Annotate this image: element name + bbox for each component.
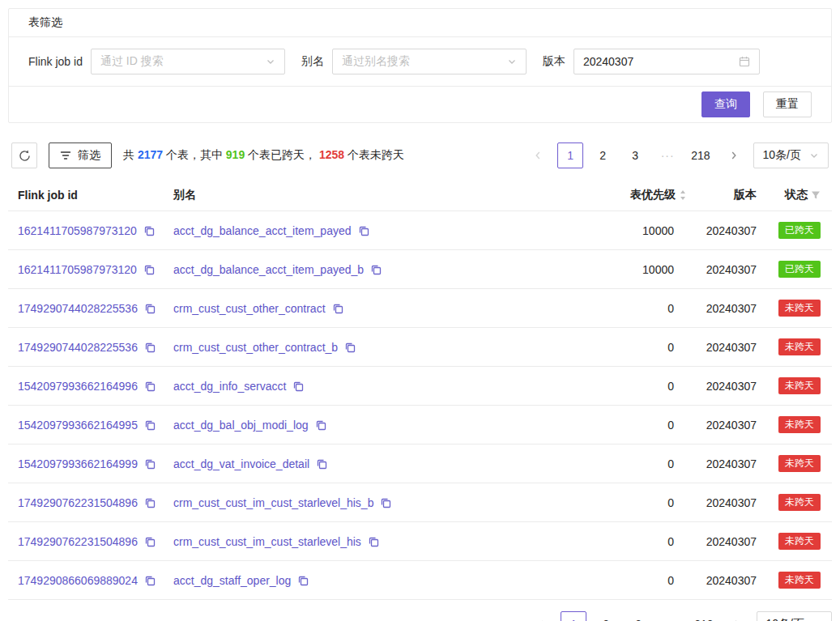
version-cell: 20240307 (693, 561, 763, 600)
copy-icon[interactable] (292, 381, 304, 392)
job-id-link[interactable]: 1621411705987973120 (18, 224, 137, 237)
pagination-page-3[interactable]: 3 (622, 142, 648, 168)
summary-text: 共 2177 个表，其中 919 个表已跨天， 1258 个表未跨天 (123, 148, 404, 163)
table-row: 1749290762231504896 crm_cust_cust_im_cus… (8, 522, 832, 561)
job-id-link[interactable]: 1542097993662164995 (18, 419, 138, 432)
job-id-select[interactable]: 通过 ID 搜索 (91, 49, 285, 74)
version-cell: 20240307 (693, 367, 763, 406)
priority-cell: 0 (561, 406, 693, 444)
alias-link[interactable]: acct_dg_bal_obj_modi_log (173, 419, 309, 432)
version-date-input[interactable]: 20240307 (574, 49, 760, 74)
alias-link[interactable]: acct_dg_staff_oper_log (173, 574, 291, 587)
job-id-link[interactable]: 1621411705987973120 (18, 263, 137, 276)
priority-cell: 0 (561, 522, 693, 561)
copy-icon[interactable] (332, 303, 343, 314)
column-header-priority[interactable]: 表优先级 (561, 180, 693, 211)
job-id-link[interactable]: 1749290762231504896 (18, 496, 138, 509)
priority-cell: 0 (561, 367, 693, 406)
sort-icon[interactable] (679, 189, 687, 201)
table-row: 1621411705987973120 acct_dg_balance_acct… (8, 250, 832, 289)
job-id-link[interactable]: 1542097993662164999 (18, 457, 138, 470)
copy-icon[interactable] (144, 536, 156, 547)
copy-icon[interactable] (144, 419, 156, 431)
pagination-page-3[interactable]: 3 (625, 611, 651, 621)
alias-link[interactable]: acct_dg_info_servacct (173, 380, 286, 393)
alias-link[interactable]: acct_dg_vat_invoice_detail (173, 457, 309, 470)
pagination-next[interactable] (724, 611, 750, 621)
alias-link[interactable]: acct_dg_balance_acct_item_payed (173, 224, 352, 237)
status-header-label: 状态 (785, 188, 808, 202)
pagination-page-1[interactable]: 1 (557, 142, 583, 168)
page-size-value: 10条/页 (763, 148, 801, 163)
filter-panel-title: 表筛选 (9, 9, 831, 37)
copy-icon[interactable] (358, 225, 369, 236)
page-size-select[interactable]: 10条/页 (753, 142, 829, 168)
alias-link[interactable]: crm_cust_cust_im_cust_starlevel_his_b (173, 496, 373, 509)
alias-link[interactable]: crm_cust_cust_other_contract (173, 302, 326, 315)
filter-fields: Flink job id 通过 ID 搜索 别名 通过别名搜索 版本 20240… (9, 37, 831, 86)
filter-actions: 查询 重置 (9, 86, 831, 122)
copy-icon[interactable] (297, 575, 309, 586)
alias-label: 别名 (301, 54, 324, 69)
table-row: 1621411705987973120 acct_dg_balance_acct… (8, 211, 832, 250)
copy-icon[interactable] (144, 458, 156, 470)
filter-toggle-button[interactable]: 筛选 (49, 142, 112, 168)
alias-link[interactable]: acct_dg_balance_acct_item_payed_b (173, 263, 364, 276)
version-value: 20240307 (583, 55, 633, 68)
priority-cell: 0 (561, 289, 693, 328)
page-size-select[interactable]: 10条/页 (757, 611, 832, 621)
job-id-link[interactable]: 1749290744028225536 (18, 341, 138, 354)
pagination-bottom: 123···218 10条/页 (8, 611, 832, 621)
copy-icon[interactable] (144, 342, 156, 353)
table-header-row: Flink job id 别名 表优先级 版本 状态 (8, 180, 832, 211)
copy-icon[interactable] (316, 458, 327, 470)
column-filter-icon[interactable] (811, 190, 821, 200)
copy-icon[interactable] (144, 497, 156, 508)
copy-icon[interactable] (144, 381, 156, 392)
column-header-status: 状态 (763, 180, 832, 211)
reset-button[interactable]: 重置 (763, 91, 812, 117)
status-badge: 未跨天 (778, 300, 821, 317)
pagination-prev[interactable] (525, 142, 551, 168)
search-button[interactable]: 查询 (701, 91, 750, 117)
filter-toggle-label: 筛选 (78, 148, 100, 163)
job-id-link[interactable]: 1542097993662164996 (18, 380, 138, 393)
refresh-button[interactable] (11, 142, 37, 168)
pagination-page-2[interactable]: 2 (590, 142, 616, 168)
copy-icon[interactable] (344, 342, 356, 353)
table-row: 1542097993662164995 acct_dg_bal_obj_modi… (8, 406, 832, 444)
page-root: 表筛选 Flink job id 通过 ID 搜索 别名 通过别名搜索 版本 (0, 0, 840, 621)
version-cell: 20240307 (693, 406, 763, 444)
copy-icon[interactable] (368, 536, 379, 547)
pagination-prev[interactable] (528, 611, 554, 621)
status-badge: 未跨天 (778, 338, 821, 355)
pagination-ellipsis[interactable]: ··· (658, 611, 684, 621)
pagination-next[interactable] (721, 142, 747, 168)
status-badge: 未跨天 (778, 533, 821, 550)
copy-icon[interactable] (315, 419, 326, 431)
pagination-page-1[interactable]: 1 (561, 611, 586, 621)
table-row: 1749290762231504896 crm_cust_cust_im_cus… (8, 483, 832, 522)
job-id-link[interactable]: 1749290866069889024 (18, 574, 138, 587)
pagination-page-218[interactable]: 218 (690, 611, 717, 621)
job-id-link[interactable]: 1749290744028225536 (18, 302, 138, 315)
pagination-page-218[interactable]: 218 (687, 142, 714, 168)
pagination-ellipsis[interactable]: ··· (655, 142, 680, 168)
copy-icon[interactable] (143, 264, 155, 275)
alias-link[interactable]: crm_cust_cust_other_contract_b (173, 341, 338, 354)
pagination-page-2[interactable]: 2 (593, 611, 619, 621)
toolbar: 筛选 共 2177 个表，其中 919 个表已跨天， 1258 个表未跨天 12… (11, 142, 829, 168)
priority-cell: 0 (561, 561, 693, 600)
table-row: 1749290744028225536 crm_cust_cust_other_… (8, 289, 832, 328)
copy-icon[interactable] (144, 575, 156, 586)
alias-link[interactable]: crm_cust_cust_im_cust_starlevel_his (173, 535, 361, 548)
copy-icon[interactable] (380, 497, 391, 508)
copy-icon[interactable] (144, 303, 156, 314)
copy-icon[interactable] (143, 225, 155, 236)
status-badge: 已跨天 (778, 261, 821, 278)
chevron-down-icon (809, 151, 819, 160)
alias-select[interactable]: 通过别名搜索 (332, 49, 527, 74)
job-id-link[interactable]: 1749290762231504896 (18, 535, 138, 548)
version-cell: 20240307 (693, 444, 763, 483)
copy-icon[interactable] (370, 264, 382, 275)
